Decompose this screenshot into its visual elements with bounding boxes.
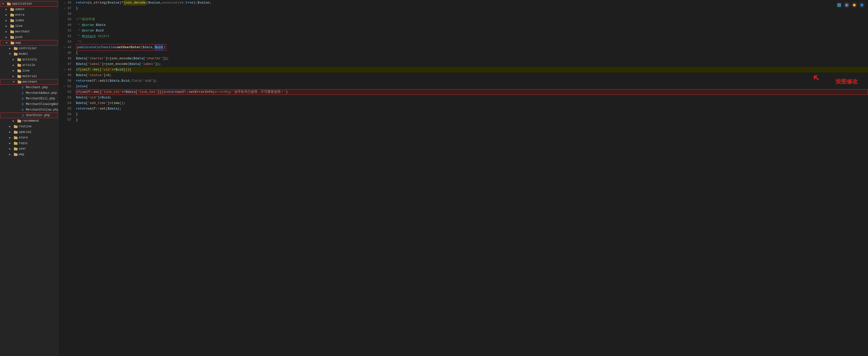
line-number-text: 46 xyxy=(67,56,71,61)
line-num-56: 56 xyxy=(62,112,71,117)
code-line-48: if (self::be(['uid' => $uid])) { xyxy=(76,67,868,72)
code-line-56: } xyxy=(76,112,868,117)
sidebar-item-merchant-mid[interactable]: ▼ merchant xyxy=(0,79,58,85)
sidebar-label: MerchantFlowingWate xyxy=(26,102,58,106)
sidebar-label: article xyxy=(22,63,35,67)
sidebar-label: MerchantAdmin.php xyxy=(26,91,57,95)
sidebar-label: routine xyxy=(19,125,31,128)
line-number-text: 40 xyxy=(67,22,71,28)
code-line-52: if (self::be(['link_tel' => $data['link_… xyxy=(76,89,868,95)
folder-icon xyxy=(7,2,11,6)
folder-icon xyxy=(14,142,18,145)
sidebar-label: material xyxy=(22,75,37,78)
line-num-51: ⊿51 xyxy=(62,84,71,89)
sidebar-item-MerchantAdmin.php[interactable]: ▶CMerchantAdmin.php xyxy=(0,90,58,96)
sidebar-item-UserEnter.php[interactable]: ▶CUserEnter.php xyxy=(0,113,58,118)
sidebar-item-recommend[interactable]: ▶ recommend xyxy=(0,118,58,124)
folder-icon xyxy=(14,136,18,140)
sidebar-item-store[interactable]: ▶ store xyxy=(0,135,58,141)
line-number-text: 36 xyxy=(67,0,71,6)
code-line-55: return self::set($data); xyxy=(76,106,868,112)
file-icon: C xyxy=(21,114,25,117)
line-num-37: ⊿37 xyxy=(62,6,71,11)
arrow-icon: ▶ xyxy=(6,36,9,39)
code-content: return is_string($value) ? json_decode($… xyxy=(74,0,868,356)
line-num-48: ⊿48 xyxy=(62,67,71,72)
folder-icon xyxy=(17,119,21,123)
sidebar-label: topic xyxy=(19,142,28,145)
sidebar-item-routine[interactable]: ▶ routine xyxy=(0,124,58,129)
sidebar-item-topic[interactable]: ▶ topic xyxy=(0,141,58,146)
line-number-text: 56 xyxy=(67,112,71,117)
firefox-icon xyxy=(851,2,857,8)
sidebar-item-extra[interactable]: ▶ extra xyxy=(0,12,58,18)
sidebar-item-merchant-top[interactable]: ▶ merchant xyxy=(0,29,58,34)
arrow-icon: ▼ xyxy=(2,3,6,5)
sidebar-item-user[interactable]: ▶ user xyxy=(0,146,58,152)
folder-icon xyxy=(14,153,18,156)
sidebar-item-special[interactable]: ▶ special xyxy=(0,129,58,135)
sidebar-item-admin[interactable]: ▶ admin xyxy=(0,7,58,12)
sidebar-item-article[interactable]: ▶ article xyxy=(0,62,58,68)
sidebar-item-material[interactable]: ▶ material xyxy=(0,73,58,79)
arrow-icon: ▼ xyxy=(6,41,9,44)
sidebar-item-controller[interactable]: ▶ controller xyxy=(0,46,58,51)
sidebar-item-wap2[interactable]: ▶ wap xyxy=(0,152,58,157)
sidebar-item-index[interactable]: ▶ index xyxy=(0,18,58,23)
folder-icon xyxy=(10,8,14,11)
arrow-icon: ▶ xyxy=(9,125,13,128)
sidebar-label: admin xyxy=(15,8,24,11)
sidebar-label: live xyxy=(22,69,30,72)
sidebar-label: UserEnter.php xyxy=(26,114,50,117)
code-line-49: $data['status'] = 0; xyxy=(76,72,868,78)
code-line-54: $data['add_time'] = time(); xyxy=(76,100,868,106)
code-editor[interactable]: ⊿36⊿37383940414243⊿44454647⊿484950⊿51525… xyxy=(58,0,868,356)
sidebar-item-MerchantFollow.php[interactable]: ▶CMerchantFollow.php xyxy=(0,107,58,113)
code-line-57: } xyxy=(76,117,868,123)
arrow-icon: ▶ xyxy=(6,19,9,22)
sidebar-item-wap[interactable]: ▼ wap xyxy=(0,40,58,46)
sidebar-item-Merchant.php[interactable]: ▶CMerchant.php xyxy=(0,85,58,90)
sidebar-item-live[interactable]: ▶ live xyxy=(0,23,58,29)
folder-icon xyxy=(17,63,21,67)
folder-icon xyxy=(10,13,14,17)
icon-1 xyxy=(836,2,842,8)
line-number-text: 38 xyxy=(67,11,71,17)
arrow-icon: ▶ xyxy=(13,58,16,61)
sidebar-item-MerchantFlowingWate[interactable]: ▶CMerchantFlowingWate xyxy=(0,101,58,107)
sidebar-label: extra xyxy=(15,13,24,17)
line-number-text: 48 xyxy=(67,67,71,72)
code-line-43: */ xyxy=(76,39,868,44)
sidebar-item-model[interactable]: ▼ model xyxy=(0,51,58,57)
code-line-39: /**保存申请 xyxy=(76,17,868,22)
code-line-45: { xyxy=(76,50,868,56)
svg-point-7 xyxy=(854,4,855,6)
arrow-icon: ▼ xyxy=(13,81,17,83)
arrow-icon: ▼ xyxy=(9,53,13,56)
line-num-47: 47 xyxy=(62,61,71,67)
line-number-text: 44 xyxy=(67,44,71,50)
sidebar-item-live2[interactable]: ▶ live xyxy=(0,68,58,73)
sidebar-label: live xyxy=(15,24,23,28)
folder-icon xyxy=(10,24,14,28)
line-num-57: 57 xyxy=(62,117,71,123)
sidebar-item-application[interactable]: ▼ application xyxy=(0,1,58,7)
code-line-40: * @param $data xyxy=(76,22,868,28)
sidebar-item-MerchantBill.php[interactable]: ▶CMerchantBill.php xyxy=(0,96,58,101)
sidebar-label: Merchant.php xyxy=(26,86,48,89)
sidebar-label: index xyxy=(15,19,24,22)
arrow-icon: ▶ xyxy=(9,147,13,150)
folder-icon xyxy=(10,30,14,33)
sidebar-item-push[interactable]: ▶ push xyxy=(0,34,58,40)
line-number-text: 51 xyxy=(67,84,71,89)
line-num-52: 52 xyxy=(62,89,71,95)
line-number-text: 53 xyxy=(67,95,71,100)
sidebar-label: recommend xyxy=(22,119,39,123)
svg-rect-0 xyxy=(838,4,839,5)
sidebar-label: push xyxy=(15,35,23,39)
line-number-text: 42 xyxy=(67,33,71,39)
sidebar-item-activity[interactable]: ▶ activity xyxy=(0,57,58,62)
line-number-text: 37 xyxy=(67,6,71,11)
arrow-icon: ▶ xyxy=(13,64,16,67)
arrow-icon: ▶ xyxy=(13,69,16,72)
